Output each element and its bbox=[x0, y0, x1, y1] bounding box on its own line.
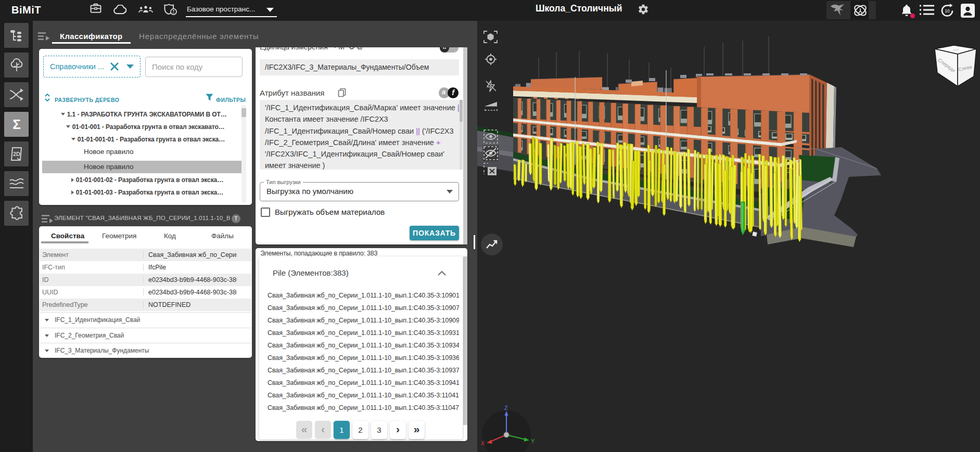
svg-text:Z: Z bbox=[504, 405, 508, 411]
svg-text:X: X bbox=[481, 440, 485, 446]
svg-text:Σ: Σ bbox=[12, 117, 21, 132]
svg-text:2D: 2D bbox=[12, 151, 20, 157]
svg-text:10: 10 bbox=[945, 8, 950, 14]
svg-text:Y: Y bbox=[531, 438, 535, 444]
